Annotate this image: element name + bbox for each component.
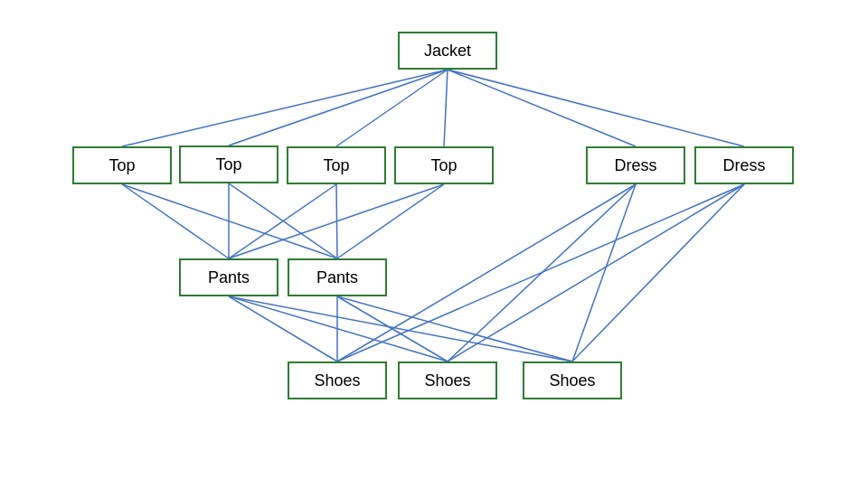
svg-line-6 (122, 184, 229, 258)
node-shoes3: Shoes (523, 361, 622, 399)
node-pants1: Pants (179, 258, 278, 296)
svg-line-2 (336, 70, 448, 146)
node-pants2: Pants (288, 258, 387, 296)
graph-container: JacketTopTopTopTopDressDressPantsPantsSh… (0, 0, 868, 488)
svg-line-9 (229, 183, 337, 258)
svg-line-18 (337, 296, 448, 361)
svg-line-16 (229, 296, 572, 361)
svg-line-7 (122, 184, 337, 258)
node-top3: Top (287, 146, 386, 184)
node-dress2: Dress (694, 146, 794, 184)
svg-line-22 (572, 184, 636, 361)
svg-line-21 (448, 184, 636, 361)
connections-svg (0, 0, 868, 488)
svg-line-12 (229, 184, 444, 258)
node-shoes2: Shoes (398, 361, 497, 399)
svg-line-14 (229, 296, 337, 361)
node-dress1: Dress (586, 146, 685, 184)
node-top4: Top (394, 146, 494, 184)
svg-line-24 (448, 184, 744, 361)
svg-line-11 (336, 184, 337, 258)
node-top1: Top (72, 146, 172, 184)
svg-line-4 (448, 70, 636, 146)
svg-line-3 (444, 70, 448, 146)
svg-line-15 (229, 296, 448, 361)
svg-line-1 (229, 70, 448, 145)
svg-line-23 (337, 184, 744, 361)
svg-line-5 (448, 70, 744, 146)
svg-line-0 (122, 70, 448, 146)
node-top2: Top (179, 145, 278, 183)
svg-line-19 (337, 296, 572, 361)
node-shoes1: Shoes (288, 361, 387, 399)
node-jacket: Jacket (398, 32, 497, 70)
svg-line-10 (229, 184, 336, 258)
svg-line-13 (337, 184, 444, 258)
svg-line-25 (572, 184, 744, 361)
